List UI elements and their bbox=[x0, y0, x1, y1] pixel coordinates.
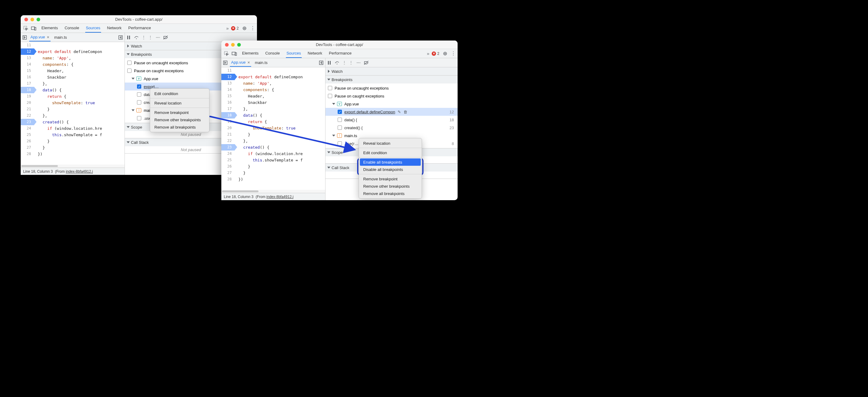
checkbox[interactable] bbox=[328, 86, 332, 90]
line-number-gutter[interactable]: 12 bbox=[221, 74, 235, 80]
code-line[interactable]: 26 } bbox=[21, 138, 125, 144]
minimize-window-button[interactable] bbox=[231, 43, 235, 47]
checkbox[interactable] bbox=[137, 84, 141, 89]
edit-breakpoint-icon[interactable]: ✎ bbox=[398, 110, 401, 114]
sourcemap-link[interactable]: index-8bfa4912.j bbox=[267, 195, 293, 199]
code-line[interactable]: 15 Header, bbox=[21, 68, 125, 74]
code-line[interactable]: 11 bbox=[21, 42, 125, 49]
ctx-remove-breakpoint[interactable]: Remove breakpoint bbox=[359, 175, 422, 182]
code-line[interactable]: 19 return { bbox=[21, 93, 125, 100]
ctx-remove-other-breakpoints[interactable]: Remove other breakpoints bbox=[150, 116, 209, 123]
inspect-element-icon[interactable] bbox=[23, 25, 29, 32]
tab-elements[interactable]: Elements bbox=[41, 24, 58, 33]
code-line[interactable]: 15 Header, bbox=[221, 93, 325, 99]
code-line[interactable]: 24 if (window.location.hre bbox=[221, 150, 325, 157]
code-line[interactable]: 21 } bbox=[221, 131, 325, 138]
line-number-gutter[interactable]: 23 bbox=[21, 119, 34, 125]
line-number-gutter[interactable]: 24 bbox=[221, 150, 235, 157]
more-tabs-icon[interactable]: » bbox=[427, 51, 429, 56]
navigator-toggle-icon[interactable] bbox=[223, 61, 227, 65]
code-line[interactable]: 16 Snackbar bbox=[221, 99, 325, 106]
code-line[interactable]: 23 created() { bbox=[221, 144, 325, 150]
pause-resume-icon[interactable] bbox=[327, 61, 332, 65]
tab-console[interactable]: Console bbox=[265, 49, 280, 58]
ctx-remove-all-breakpoints[interactable]: Remove all breakpoints bbox=[150, 123, 209, 131]
checkbox[interactable] bbox=[137, 92, 141, 96]
pause-resume-icon[interactable] bbox=[127, 35, 131, 39]
line-number-gutter[interactable]: 11 bbox=[221, 67, 235, 74]
code-line[interactable]: 25 this.showTemplate = f bbox=[21, 132, 125, 138]
tab-performance[interactable]: Performance bbox=[328, 49, 352, 58]
line-number-gutter[interactable]: 27 bbox=[21, 144, 34, 151]
code-line[interactable]: 17 }, bbox=[221, 106, 325, 112]
file-tab-app-vue[interactable]: App.vue × bbox=[230, 59, 251, 67]
code-line[interactable]: 19 return { bbox=[221, 118, 325, 125]
code-line[interactable]: 17 }, bbox=[21, 80, 125, 87]
code-line[interactable]: 16 Snackbar bbox=[21, 74, 125, 80]
line-number-gutter[interactable]: 15 bbox=[21, 68, 34, 74]
line-number-gutter[interactable]: 28 bbox=[221, 176, 235, 182]
deactivate-breakpoints-icon[interactable] bbox=[163, 35, 168, 39]
line-number-gutter[interactable]: 26 bbox=[221, 163, 235, 170]
breakpoints-section-header[interactable]: Breakpoints bbox=[326, 76, 458, 84]
watch-section-header[interactable]: Watch bbox=[326, 67, 458, 75]
tab-network[interactable]: Network bbox=[307, 49, 323, 58]
editor-horizontal-scrollbar[interactable] bbox=[21, 165, 125, 168]
line-number-gutter[interactable]: 22 bbox=[21, 112, 34, 119]
ctx-disable-all-breakpoints[interactable]: Disable all breakpoints bbox=[359, 166, 422, 173]
ctx-remove-all-breakpoints[interactable]: Remove all breakpoints bbox=[359, 190, 422, 197]
line-number-gutter[interactable]: 14 bbox=[21, 61, 34, 68]
step-into-icon[interactable] bbox=[342, 61, 346, 65]
breakpoint-row[interactable]: data() { 18 bbox=[326, 116, 458, 124]
checkbox[interactable] bbox=[338, 118, 342, 122]
code-line[interactable]: 18 data() { bbox=[21, 87, 125, 93]
line-number-gutter[interactable]: 26 bbox=[21, 138, 34, 144]
code-line[interactable]: 20 showTemplate: true bbox=[21, 100, 125, 106]
code-line[interactable]: 12export default defineCompon bbox=[21, 49, 125, 55]
ctx-edit-condition[interactable]: Edit condition bbox=[150, 90, 209, 97]
navigator-toggle-icon[interactable] bbox=[23, 35, 27, 39]
tab-console[interactable]: Console bbox=[64, 24, 80, 33]
line-number-gutter[interactable]: 25 bbox=[21, 132, 34, 138]
minimize-window-button[interactable] bbox=[30, 18, 34, 21]
close-window-button[interactable] bbox=[24, 18, 28, 21]
error-badge[interactable]: ✕ 2 bbox=[432, 52, 439, 56]
step-icon[interactable] bbox=[155, 35, 160, 39]
error-badge[interactable]: ✕ 2 bbox=[231, 26, 239, 30]
line-number-gutter[interactable]: 17 bbox=[221, 106, 235, 112]
tab-elements[interactable]: Elements bbox=[242, 49, 259, 58]
code-line[interactable]: 20 showTemplate: true bbox=[221, 125, 325, 131]
line-number-gutter[interactable]: 23 bbox=[221, 144, 235, 150]
code-line[interactable]: 22 }, bbox=[221, 138, 325, 144]
file-tab-main-ts[interactable]: main.ts bbox=[254, 59, 269, 67]
device-toolbar-icon[interactable] bbox=[30, 25, 37, 32]
code-line[interactable]: 12export default defineCompon bbox=[221, 74, 325, 80]
checkbox[interactable] bbox=[137, 100, 141, 105]
line-number-gutter[interactable]: 16 bbox=[21, 74, 34, 80]
ctx-remove-breakpoint[interactable]: Remove breakpoint bbox=[150, 109, 209, 116]
step-out-icon[interactable] bbox=[349, 61, 353, 65]
code-line[interactable]: 18 data() { bbox=[221, 112, 325, 118]
line-number-gutter[interactable]: 11 bbox=[21, 42, 34, 49]
line-number-gutter[interactable]: 14 bbox=[221, 87, 235, 93]
line-number-gutter[interactable]: 17 bbox=[21, 80, 34, 87]
line-number-gutter[interactable]: 13 bbox=[21, 55, 34, 61]
breakpoint-row[interactable]: export default defineCompon ✎ 🗑 12 bbox=[326, 108, 458, 116]
tab-performance[interactable]: Performance bbox=[128, 24, 151, 33]
file-tab-main-ts[interactable]: main.ts bbox=[53, 33, 68, 41]
line-number-gutter[interactable]: 27 bbox=[221, 170, 235, 176]
breakpoint-file-group[interactable]: V App.vue bbox=[326, 100, 458, 108]
step-into-icon[interactable] bbox=[142, 35, 146, 39]
code-line[interactable]: 13 name: 'App', bbox=[21, 55, 125, 61]
line-number-gutter[interactable]: 24 bbox=[21, 125, 34, 132]
step-over-icon[interactable] bbox=[134, 35, 139, 39]
code-line[interactable]: 28}) bbox=[21, 151, 125, 157]
code-editor[interactable]: 1112export default defineCompon13 name: … bbox=[221, 67, 325, 190]
code-line[interactable]: 25 this.showTemplate = f bbox=[221, 157, 325, 163]
line-number-gutter[interactable]: 12 bbox=[21, 49, 34, 55]
line-number-gutter[interactable]: 16 bbox=[221, 99, 235, 106]
tab-sources[interactable]: Sources bbox=[85, 24, 101, 33]
line-number-gutter[interactable]: 28 bbox=[21, 151, 34, 157]
checkbox[interactable] bbox=[328, 94, 332, 98]
code-line[interactable]: 27 } bbox=[21, 144, 125, 151]
